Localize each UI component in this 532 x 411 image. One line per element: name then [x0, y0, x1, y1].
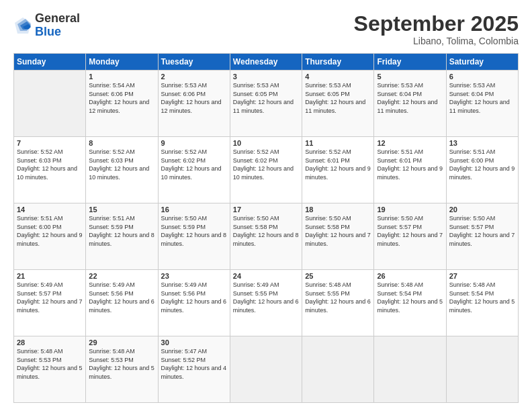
calendar-cell: 20 Sunrise: 5:50 AM Sunset: 5:57 PM Dayl…	[446, 203, 518, 270]
col-monday: Monday	[86, 54, 158, 71]
sunrise: Sunrise: 5:54 AM	[89, 82, 135, 89]
calendar-cell: 28 Sunrise: 5:48 AM Sunset: 5:53 PM Dayl…	[14, 336, 86, 403]
sunset: Sunset: 5:54 PM	[377, 290, 422, 297]
day-info: Sunrise: 5:53 AM Sunset: 6:04 PM Dayligh…	[377, 81, 443, 115]
daylight: Daylight: 12 hours and 8 minutes.	[89, 232, 154, 247]
daylight: Daylight: 12 hours and 6 minutes.	[161, 298, 227, 314]
sunset: Sunset: 6:01 PM	[305, 157, 350, 164]
sunrise: Sunrise: 5:50 AM	[377, 215, 423, 222]
calendar-cell: 14 Sunrise: 5:51 AM Sunset: 6:00 PM Dayl…	[14, 203, 86, 270]
day-number: 5	[377, 73, 443, 81]
daylight: Daylight: 12 hours and 10 minutes.	[17, 165, 77, 181]
day-info: Sunrise: 5:52 AM Sunset: 6:02 PM Dayligh…	[161, 148, 227, 181]
daylight: Daylight: 12 hours and 12 minutes.	[161, 99, 222, 114]
calendar-header-row: Sunday Monday Tuesday Wednesday Thursday…	[14, 54, 519, 71]
calendar-cell: 27 Sunrise: 5:48 AM Sunset: 5:54 PM Dayl…	[446, 270, 518, 336]
sunrise: Sunrise: 5:50 AM	[233, 215, 279, 222]
calendar-cell: 19 Sunrise: 5:50 AM Sunset: 5:57 PM Dayl…	[374, 203, 446, 270]
calendar-cell	[230, 336, 302, 403]
sunset: Sunset: 6:05 PM	[305, 91, 350, 97]
daylight: Daylight: 12 hours and 7 minutes.	[17, 298, 83, 314]
calendar-cell: 2 Sunrise: 5:53 AM Sunset: 6:06 PM Dayli…	[158, 71, 230, 137]
col-tuesday: Tuesday	[158, 54, 230, 71]
day-info: Sunrise: 5:50 AM Sunset: 5:57 PM Dayligh…	[449, 214, 515, 248]
day-info: Sunrise: 5:52 AM Sunset: 6:01 PM Dayligh…	[305, 148, 371, 181]
calendar-cell: 22 Sunrise: 5:49 AM Sunset: 5:56 PM Dayl…	[86, 270, 158, 336]
daylight: Daylight: 12 hours and 5 minutes.	[449, 298, 515, 314]
day-number: 2	[161, 73, 227, 81]
daylight: Daylight: 12 hours and 6 minutes.	[233, 298, 299, 314]
day-number: 29	[89, 338, 154, 347]
calendar-cell: 21 Sunrise: 5:49 AM Sunset: 5:57 PM Dayl…	[14, 270, 86, 336]
day-info: Sunrise: 5:53 AM Sunset: 6:05 PM Dayligh…	[305, 81, 371, 115]
calendar-cell: 5 Sunrise: 5:53 AM Sunset: 6:04 PM Dayli…	[374, 71, 446, 137]
day-info: Sunrise: 5:51 AM Sunset: 6:01 PM Dayligh…	[377, 148, 443, 181]
daylight: Daylight: 12 hours and 7 minutes.	[377, 232, 443, 247]
sunset: Sunset: 5:57 PM	[17, 290, 62, 297]
sunset: Sunset: 6:00 PM	[17, 224, 62, 230]
day-info: Sunrise: 5:52 AM Sunset: 6:03 PM Dayligh…	[89, 148, 154, 181]
day-number: 17	[233, 205, 299, 214]
day-number: 30	[161, 338, 227, 347]
sunrise: Sunrise: 5:48 AM	[305, 281, 351, 288]
daylight: Daylight: 12 hours and 8 minutes.	[161, 232, 227, 247]
calendar-cell: 25 Sunrise: 5:48 AM Sunset: 5:55 PM Dayl…	[302, 270, 374, 336]
sunrise: Sunrise: 5:53 AM	[377, 82, 423, 89]
sunrise: Sunrise: 5:52 AM	[305, 148, 351, 155]
day-number: 27	[449, 272, 515, 280]
sunrise: Sunrise: 5:53 AM	[233, 82, 279, 89]
daylight: Daylight: 12 hours and 7 minutes.	[305, 232, 371, 247]
sunrise: Sunrise: 5:50 AM	[449, 215, 496, 222]
sunset: Sunset: 6:06 PM	[89, 91, 134, 97]
sunset: Sunset: 6:00 PM	[449, 157, 494, 164]
day-info: Sunrise: 5:50 AM Sunset: 5:58 PM Dayligh…	[233, 214, 299, 248]
sunrise: Sunrise: 5:49 AM	[233, 281, 279, 288]
day-info: Sunrise: 5:51 AM Sunset: 6:00 PM Dayligh…	[17, 214, 83, 248]
daylight: Daylight: 12 hours and 10 minutes.	[233, 165, 294, 181]
sunset: Sunset: 5:56 PM	[161, 290, 206, 297]
daylight: Daylight: 12 hours and 5 minutes.	[17, 365, 83, 380]
daylight: Daylight: 12 hours and 5 minutes.	[89, 365, 154, 380]
daylight: Daylight: 12 hours and 10 minutes.	[89, 165, 149, 181]
sunset: Sunset: 5:56 PM	[89, 290, 134, 297]
header: General Blue September 2025 Libano, Toli…	[13, 12, 519, 46]
sunset: Sunset: 5:53 PM	[17, 357, 62, 363]
col-sunday: Sunday	[14, 54, 86, 71]
calendar-cell	[14, 71, 86, 137]
day-info: Sunrise: 5:47 AM Sunset: 5:52 PM Dayligh…	[161, 347, 227, 381]
sunrise: Sunrise: 5:53 AM	[305, 82, 351, 89]
sunset: Sunset: 6:06 PM	[161, 91, 206, 97]
day-info: Sunrise: 5:53 AM Sunset: 6:04 PM Dayligh…	[449, 81, 515, 115]
day-info: Sunrise: 5:53 AM Sunset: 6:06 PM Dayligh…	[161, 81, 227, 115]
sunrise: Sunrise: 5:48 AM	[377, 281, 423, 288]
sunrise: Sunrise: 5:53 AM	[161, 82, 208, 89]
day-info: Sunrise: 5:53 AM Sunset: 6:05 PM Dayligh…	[233, 81, 299, 115]
day-number: 19	[377, 205, 443, 214]
logo-icon	[13, 16, 32, 35]
sunset: Sunset: 6:03 PM	[89, 157, 134, 164]
day-info: Sunrise: 5:51 AM Sunset: 6:00 PM Dayligh…	[449, 148, 515, 181]
day-info: Sunrise: 5:48 AM Sunset: 5:55 PM Dayligh…	[305, 281, 371, 314]
calendar-cell	[446, 336, 518, 403]
day-info: Sunrise: 5:48 AM Sunset: 5:54 PM Dayligh…	[449, 281, 515, 314]
calendar-week-5: 28 Sunrise: 5:48 AM Sunset: 5:53 PM Dayl…	[14, 336, 519, 403]
day-info: Sunrise: 5:48 AM Sunset: 5:53 PM Dayligh…	[17, 347, 83, 381]
sunrise: Sunrise: 5:52 AM	[17, 148, 63, 155]
day-info: Sunrise: 5:49 AM Sunset: 5:56 PM Dayligh…	[89, 281, 154, 314]
logo-text: General Blue	[35, 12, 80, 39]
sunset: Sunset: 5:55 PM	[233, 290, 278, 297]
calendar-cell	[302, 336, 374, 403]
sunrise: Sunrise: 5:47 AM	[161, 348, 208, 355]
calendar-week-3: 14 Sunrise: 5:51 AM Sunset: 6:00 PM Dayl…	[14, 203, 519, 270]
calendar-cell: 26 Sunrise: 5:48 AM Sunset: 5:54 PM Dayl…	[374, 270, 446, 336]
day-info: Sunrise: 5:49 AM Sunset: 5:56 PM Dayligh…	[161, 281, 227, 314]
day-number: 11	[305, 139, 371, 147]
calendar-cell: 29 Sunrise: 5:48 AM Sunset: 5:53 PM Dayl…	[86, 336, 158, 403]
daylight: Daylight: 12 hours and 9 minutes.	[305, 165, 371, 181]
day-number: 15	[89, 205, 154, 214]
calendar-cell: 3 Sunrise: 5:53 AM Sunset: 6:05 PM Dayli…	[230, 71, 302, 137]
sunrise: Sunrise: 5:52 AM	[89, 148, 135, 155]
day-number: 25	[305, 272, 371, 280]
day-info: Sunrise: 5:51 AM Sunset: 5:59 PM Dayligh…	[89, 214, 154, 248]
calendar-cell: 15 Sunrise: 5:51 AM Sunset: 5:59 PM Dayl…	[86, 203, 158, 270]
